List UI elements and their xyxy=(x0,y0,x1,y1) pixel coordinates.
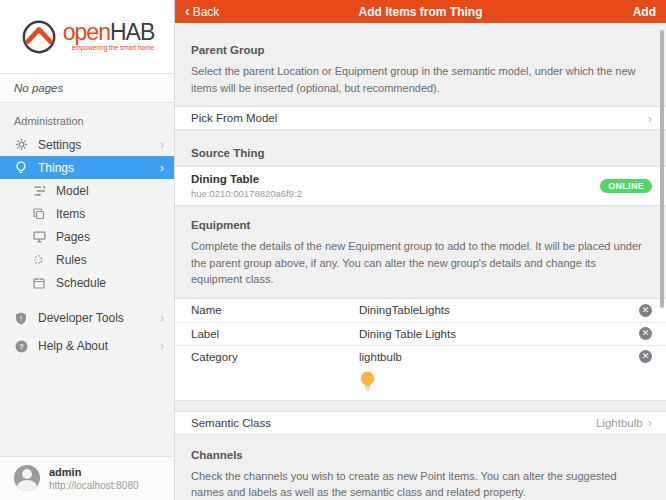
label-input[interactable]: Dining Table Lights xyxy=(359,328,639,340)
main-content: Parent Group Select the parent Location … xyxy=(175,23,666,500)
administration-section-label: Administration xyxy=(0,103,174,133)
scrollbar[interactable] xyxy=(660,30,664,308)
source-thing-title: Source Thing xyxy=(191,147,650,159)
copy-icon xyxy=(32,207,46,221)
chevron-right-icon: › xyxy=(648,415,652,430)
gear-icon xyxy=(14,138,28,152)
sidebar-item-pages[interactable]: Pages xyxy=(0,225,174,248)
clear-category-icon[interactable]: ✕ xyxy=(639,350,652,363)
calendar-icon xyxy=(32,276,46,290)
sidebar-item-settings[interactable]: Settings › xyxy=(0,133,174,156)
clear-label-icon[interactable]: ✕ xyxy=(639,327,652,340)
thing-name: Dining Table xyxy=(191,172,302,188)
user-account[interactable]: admin http://localhost:8080 xyxy=(0,456,174,500)
sidebar-item-help-about[interactable]: ? Help & About › xyxy=(0,332,174,360)
name-field-label: Name xyxy=(191,304,359,316)
semantic-class-value: Lightbulb xyxy=(596,417,643,429)
sidebar-item-developer-tools[interactable]: Developer Tools › xyxy=(0,304,174,332)
pick-from-model-row[interactable]: Pick From Model › xyxy=(175,107,666,129)
sidebar-item-items[interactable]: Items xyxy=(0,202,174,225)
name-input[interactable]: DiningTableLights xyxy=(359,304,639,316)
chevron-right-icon: › xyxy=(160,138,164,152)
sparkle-icon xyxy=(32,253,46,267)
chevron-right-icon: › xyxy=(160,311,164,325)
admin-menu: Settings › Things › M xyxy=(0,133,174,294)
channels-title: Channels xyxy=(191,449,650,461)
logo-tagline: empowering the smart home xyxy=(63,45,154,52)
user-server-url: http://localhost:8080 xyxy=(49,479,139,492)
category-icon-preview xyxy=(175,368,666,400)
chevron-right-icon: › xyxy=(160,161,164,175)
user-name: admin xyxy=(49,465,139,479)
category-field-row: Category lightbulb ✕ xyxy=(175,345,666,368)
back-button[interactable]: ‹ Back xyxy=(185,5,219,19)
svg-text:?: ? xyxy=(19,342,24,351)
sidebar-item-things[interactable]: Things › xyxy=(0,156,174,179)
openhab-logo: openHAB empowering the smart home xyxy=(0,0,174,74)
monitor-icon xyxy=(32,230,46,244)
avatar xyxy=(14,465,40,491)
name-field-row: Name DiningTableLights ✕ xyxy=(175,299,666,322)
parent-group-description: Select the parent Location or Equipment … xyxy=(191,63,650,96)
label-field-row: Label Dining Table Lights ✕ xyxy=(175,322,666,345)
category-field-label: Category xyxy=(191,351,359,363)
app-window: openHAB empowering the smart home No pag… xyxy=(0,0,666,500)
openhab-logo-icon xyxy=(20,18,58,56)
sidebar-item-rules[interactable]: Rules xyxy=(0,248,174,271)
channels-description-1: Check the channels you wish to create as… xyxy=(191,468,650,500)
sitemap-icon xyxy=(32,184,46,198)
equipment-description: Complete the details of the new Equipmen… xyxy=(191,238,650,288)
shield-icon xyxy=(14,311,28,325)
thing-uid: hue:0210:00178820a6f9:2 xyxy=(191,188,302,201)
clear-name-icon[interactable]: ✕ xyxy=(639,304,652,317)
no-pages-label: No pages xyxy=(0,74,174,103)
chevron-right-icon: › xyxy=(648,111,652,126)
category-input[interactable]: lightbulb xyxy=(359,351,639,363)
chevron-right-icon: › xyxy=(160,339,164,353)
sidebar-item-schedule[interactable]: Schedule xyxy=(0,271,174,294)
openhab-wordmark: openHAB empowering the smart home xyxy=(63,21,154,52)
equipment-title: Equipment xyxy=(191,219,650,231)
parent-group-title: Parent Group xyxy=(191,44,650,56)
status-badge: ONLINE xyxy=(600,179,652,193)
lightbulb-icon xyxy=(14,161,28,175)
source-thing-row[interactable]: Dining Table hue:0210:00178820a6f9:2 ONL… xyxy=(175,167,666,205)
sidebar-item-model[interactable]: Model xyxy=(0,179,174,202)
sidebar: openHAB empowering the smart home No pag… xyxy=(0,0,175,500)
chevron-left-icon: ‹ xyxy=(185,4,190,18)
footer-menu: Developer Tools › ? Help & About › xyxy=(0,304,174,360)
semantic-class-row[interactable]: Semantic Class Lightbulb › xyxy=(175,412,666,434)
question-circle-icon: ? xyxy=(14,339,28,353)
label-field-label: Label xyxy=(191,328,359,340)
add-button[interactable]: Add xyxy=(633,5,656,19)
semantic-class-label: Semantic Class xyxy=(191,417,271,429)
navbar: ‹ Back Add Items from Thing Add xyxy=(175,0,666,23)
lightbulb-preview-icon xyxy=(359,371,376,392)
page-title: Add Items from Thing xyxy=(175,5,666,19)
